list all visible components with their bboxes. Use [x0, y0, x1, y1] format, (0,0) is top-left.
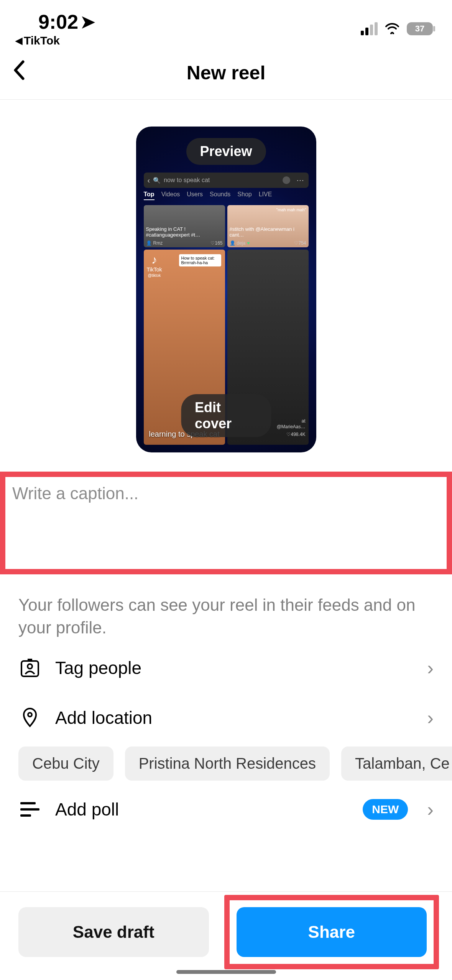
card-author: Rmz — [153, 240, 163, 246]
add-poll-row[interactable]: Add poll NEW › — [0, 784, 452, 834]
tag-people-label: Tag people — [55, 658, 413, 678]
add-location-row[interactable]: Add location › — [0, 693, 452, 743]
page-title: New reel — [187, 62, 266, 84]
share-highlight-box: Share — [224, 895, 439, 969]
new-badge: NEW — [363, 799, 408, 820]
search-icon: 🔍 — [153, 177, 161, 184]
verified-icon: ♥ — [247, 240, 250, 246]
visibility-info-text: Your followers can see your reel in thei… — [0, 574, 452, 643]
share-button[interactable]: Share — [237, 907, 427, 957]
tab-sounds: Sounds — [210, 191, 230, 200]
tag-people-row[interactable]: Tag people › — [0, 643, 452, 693]
location-chip[interactable]: Pristina North Residences — [125, 747, 330, 781]
preview-button[interactable]: Preview — [186, 138, 266, 165]
tab-shop: Shop — [237, 191, 251, 200]
location-arrow-icon: ➤ — [81, 12, 95, 32]
result-card: Speaking in CAT ! #catlanguageexpert #t…… — [144, 205, 225, 247]
status-bar: 9:02 ➤ ◀ TikTok 37 — [0, 0, 452, 46]
card-author: @MarieAas… — [277, 424, 306, 429]
caption-highlight-box — [0, 472, 452, 574]
screen-header: New reel — [0, 46, 452, 100]
battery-indicator: 37 — [407, 22, 433, 35]
poll-icon — [18, 802, 41, 817]
tab-top: Top — [144, 191, 155, 200]
person-tag-icon — [18, 657, 41, 679]
back-button[interactable] — [12, 59, 27, 87]
chevron-right-icon: › — [427, 657, 434, 679]
tiktok-search-bar: ‹ 🔍 now to speak cat ⋯ — [144, 173, 309, 188]
back-triangle-icon: ◀ — [15, 35, 22, 46]
card-overlay-text: "mah mah mah" — [276, 207, 306, 212]
add-location-label: Add location — [55, 707, 413, 728]
svg-point-1 — [28, 664, 32, 669]
location-chip[interactable]: Cebu City — [18, 747, 113, 781]
result-card: "mah mah mah" #stitch with @Alecanewman … — [227, 205, 309, 247]
back-app-label: TikTok — [24, 34, 60, 47]
tiktok-search-text: now to speak cat — [164, 177, 210, 184]
card-title: #stitch with @Alecanewman i cant… — [230, 227, 306, 238]
tiktok-brand: TikTok — [147, 266, 162, 273]
location-chip[interactable]: Talamban, Ce — [341, 747, 452, 781]
tab-videos: Videos — [161, 191, 180, 200]
speech-bubble: How to speak cat: Brrrrrah-ha-ha — [179, 254, 221, 266]
location-suggestions: Cebu City Pristina North Residences Tala… — [0, 743, 452, 784]
card-author: deja — [237, 240, 246, 246]
wifi-icon — [385, 20, 400, 38]
avatar-icon: 👤 — [146, 240, 152, 246]
back-to-app[interactable]: ◀ TikTok — [15, 34, 60, 47]
heart-icon: ♡754 — [294, 240, 306, 246]
clear-icon — [283, 176, 290, 184]
heart-icon: ♡165 — [210, 240, 222, 246]
tiktok-logo-icon: ♪ — [151, 253, 157, 266]
tab-users: Users — [187, 191, 203, 200]
home-indicator[interactable] — [176, 970, 276, 974]
save-draft-button[interactable]: Save draft — [18, 907, 209, 957]
bottom-action-bar: Save draft Share — [0, 891, 452, 957]
battery-level: 37 — [415, 24, 424, 34]
location-pin-icon — [18, 707, 41, 728]
chevron-right-icon: › — [427, 798, 434, 821]
card-title: Speaking in CAT ! #catlanguageexpert #t… — [146, 227, 223, 238]
tiktok-handle: @tiktok — [148, 273, 161, 278]
card-subcaption: at — [277, 418, 306, 424]
more-icon: ⋯ — [296, 176, 305, 185]
card-likes: ♡498.4K — [286, 432, 305, 437]
status-time: 9:02 — [38, 10, 78, 33]
chevron-right-icon: › — [427, 707, 434, 729]
svg-point-2 — [28, 713, 32, 717]
cellular-signal-icon — [361, 22, 378, 35]
edit-cover-button[interactable]: Edit cover — [181, 394, 271, 437]
tiktok-watermark: ♪ TikTok @tiktok — [147, 253, 162, 278]
tab-live: LIVE — [259, 191, 272, 200]
chevron-left-icon: ‹ — [148, 176, 150, 185]
cover-preview-area: Preview ‹ 🔍 now to speak cat ⋯ Top Video… — [0, 100, 452, 456]
caption-input[interactable] — [12, 484, 440, 561]
avatar-icon: 👤 — [230, 240, 235, 246]
reel-cover[interactable]: Preview ‹ 🔍 now to speak cat ⋯ Top Video… — [136, 127, 316, 452]
tiktok-tabs: Top Videos Users Sounds Shop LIVE — [144, 191, 309, 200]
add-poll-label: Add poll — [55, 799, 349, 820]
